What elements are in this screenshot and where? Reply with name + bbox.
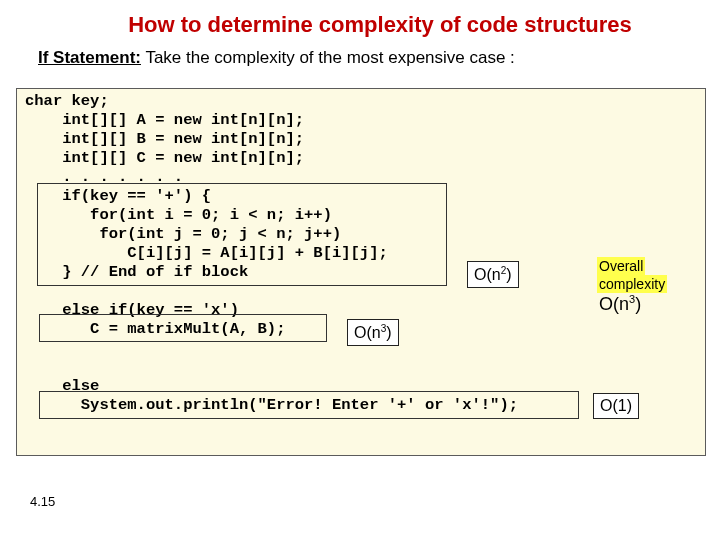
code-line: char key; <box>25 92 109 111</box>
badge-o1: O(1) <box>593 393 639 419</box>
code-block: char key; int[][] A = new int[n][n]; int… <box>16 88 706 456</box>
code-line: int[][] C = new int[n][n]; <box>25 149 304 168</box>
if-block-box <box>37 183 447 286</box>
badge-on3-small: O(n3) <box>347 319 399 346</box>
page-number: 4.15 <box>30 494 55 509</box>
slide-subtitle: If Statement: Take the complexity of the… <box>0 44 720 74</box>
subtitle-bold: If Statement: <box>38 48 141 67</box>
badge-on2: O(n2) <box>467 261 519 288</box>
overall-label-1: Overall <box>597 257 645 275</box>
slide-title: How to determine complexity of code stru… <box>0 0 720 44</box>
subtitle-rest: Take the complexity of the most expensiv… <box>141 48 515 67</box>
else-block-box <box>39 391 579 419</box>
overall-label-2: complexity <box>597 275 667 293</box>
overall-value: O(n3) <box>599 293 641 315</box>
code-line: int[][] A = new int[n][n]; <box>25 111 304 130</box>
elseif-block-box <box>39 314 327 342</box>
code-line: int[][] B = new int[n][n]; <box>25 130 304 149</box>
